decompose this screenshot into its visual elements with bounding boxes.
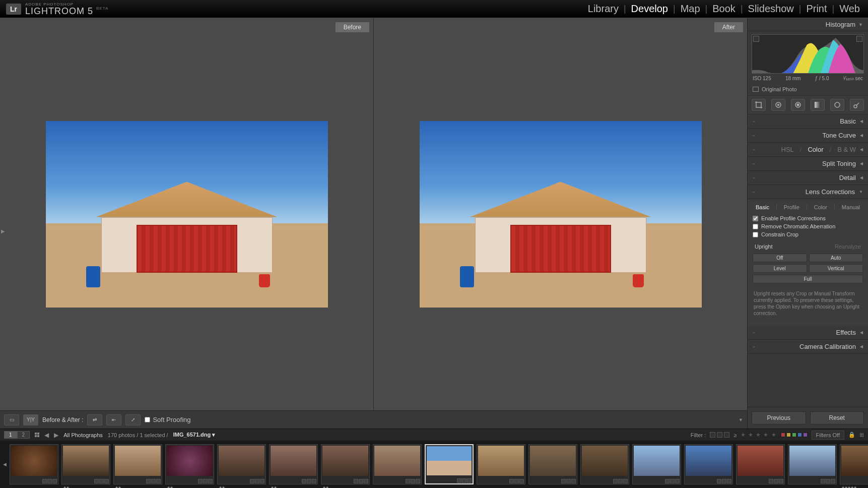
filmstrip-thumb[interactable]: ★★ [321,444,370,484]
copy-before-button[interactable]: ⇤ [106,414,121,425]
filmstrip-thumb[interactable]: ★★★★★ [840,444,868,484]
filmstrip-thumb[interactable] [736,444,785,484]
lens-tabs: Basic|Profile|Color|Manual [748,201,868,214]
app-header: Lr ADOBE PHOTOSHOP LIGHTROOM 5 BETA Libr… [0,0,868,18]
color-label-filters[interactable] [781,433,808,437]
reset-button[interactable]: Reset [810,411,864,424]
svg-rect-0 [756,102,761,107]
radial-filter-tool[interactable] [830,99,844,111]
redeye-tool[interactable] [791,99,805,111]
filmstrip-thumb[interactable] [632,444,681,484]
lens-tab-manual[interactable]: Manual [840,203,861,211]
lens-tab-basic[interactable]: Basic [754,203,771,211]
filmstrip-thumb[interactable]: ★★ [165,444,214,484]
svg-point-1 [776,102,781,107]
photo-count: 170 photos / 1 selected / [108,432,168,438]
hsl-panel-header[interactable]: ▪▪ HSL/ Color/ B & W ◀ [748,143,868,157]
filmstrip-thumb[interactable]: ★★ [113,444,162,484]
constrain-crop[interactable]: Constrain Crop [748,230,868,238]
nav-map[interactable]: Map [679,3,702,15]
nav-print[interactable]: Print [804,3,829,15]
copy-after-button[interactable]: ⤢ [125,414,141,425]
compare-view-button[interactable]: Y|Y [23,414,38,425]
filmstrip-thumb[interactable] [373,444,422,484]
iso-value: ISO 125 [753,76,771,81]
graduated-filter-tool[interactable] [811,99,825,111]
flag-filters[interactable] [710,432,729,438]
rating-ge[interactable]: ≥ [733,432,737,438]
filmstrip-thumb[interactable] [528,444,577,484]
crop-tool[interactable] [752,99,766,111]
lens-corrections-panel-header[interactable]: ▪▪Lens Corrections▼ [748,185,868,199]
original-photo-icon [753,87,759,92]
before-pane[interactable]: Before [0,18,374,410]
nav-forward[interactable]: ▶ [54,432,58,439]
nav-develop[interactable]: Develop [629,3,670,15]
nav-library[interactable]: Library [586,3,621,15]
filmstrip-thumb[interactable]: ★★ [61,444,110,484]
effects-panel-header[interactable]: ▪▪Effects◀ [748,326,868,340]
split-toning-panel-header[interactable]: ▪▪Split Toning◀ [748,157,868,171]
constrain-crop-checkbox[interactable] [753,232,758,237]
previous-button[interactable]: Previous [752,411,806,424]
filter-lock-icon[interactable]: 🔒 [848,432,855,438]
upright-level-button[interactable]: Level [753,264,807,273]
display-1-tab[interactable]: 1 [4,431,17,439]
hsl-tab[interactable]: HSL [781,146,794,153]
loupe-view-button[interactable]: ▭ [4,414,19,425]
filmstrip-thumb[interactable] [425,444,474,484]
upright-full-button[interactable]: Full [753,275,863,283]
after-pane[interactable]: After [374,18,747,410]
filmstrip-thumb[interactable] [788,444,837,484]
app-logo-text: ADOBE PHOTOSHOP LIGHTROOM 5 BETA [25,3,108,16]
spot-removal-tool[interactable] [771,99,785,111]
filmstrip-thumb[interactable] [477,444,525,484]
filmstrip-thumb[interactable]: ★★ [217,444,266,484]
aperture-value: ƒ / 5.0 [815,76,829,81]
filmstrip-thumb[interactable]: ★★ [269,444,318,484]
nav-web[interactable]: Web [837,3,862,15]
rating-filter[interactable]: ★ ★ ★ ★ ★ [741,432,776,438]
lens-tab-color[interactable]: Color [813,203,829,211]
filmstrip-left-expand[interactable]: ◀ [3,462,7,467]
soft-proofing-toggle[interactable]: Soft Proofing [145,416,190,423]
basic-panel-header[interactable]: ▪▪Basic◀ [748,114,868,129]
upright-off-button[interactable]: Off [753,254,807,262]
filters-off-dropdown[interactable]: Filters Off [812,431,844,440]
filmstrip-thumb[interactable] [684,444,733,484]
histogram-header[interactable]: Histogram▼ [748,18,868,31]
adjustment-brush-tool[interactable] [850,99,864,111]
current-filename[interactable]: IMG_6571.dng ▾ [173,432,216,438]
soft-proofing-checkbox[interactable] [145,417,150,422]
filter-switch-icon[interactable]: ⊞ [859,432,864,438]
enable-profile-corrections[interactable]: Enable Profile Corrections [748,214,868,222]
color-tab[interactable]: Color [808,146,823,153]
swap-button[interactable]: ⇄ [87,414,102,425]
camera-calibration-panel-header[interactable]: ▪▪Camera Calibration◀ [748,340,868,354]
display-2-tab[interactable]: 2 [17,431,30,439]
filmstrip[interactable]: ◀ ★★★★★★★★★★★★★★★★★ [0,441,868,488]
filmstrip-thumb[interactable] [580,444,629,484]
reanalyze-button[interactable]: Reanalyze [835,243,861,250]
nav-back[interactable]: ◀ [44,432,49,439]
histogram-chart[interactable] [752,34,864,74]
original-photo-toggle[interactable]: Original Photo [748,84,868,95]
grid-view-icon[interactable] [35,433,39,437]
tone-curve-panel-header[interactable]: ▪▪Tone Curve◀ [748,129,868,143]
upright-vertical-button[interactable]: Vertical [809,264,863,273]
remove-ca-checkbox[interactable] [753,224,758,229]
filmstrip-thumb[interactable] [10,444,58,484]
lens-tab-profile[interactable]: Profile [782,203,801,211]
source-label[interactable]: All Photographs [63,432,103,438]
toolbar-menu[interactable]: ▼ [739,417,743,422]
nav-book[interactable]: Book [710,3,738,15]
nav-slideshow[interactable]: Slideshow [746,3,796,15]
app-logo-badge: Lr [6,4,21,15]
detail-panel-header[interactable]: ▪▪Detail◀ [748,171,868,185]
bw-tab[interactable]: B & W [837,146,856,153]
enable-profile-checkbox[interactable] [753,216,758,221]
remove-chromatic-aberration[interactable]: Remove Chromatic Aberration [748,222,868,230]
upright-auto-button[interactable]: Auto [809,254,863,262]
soft-proofing-label: Soft Proofing [153,416,190,423]
histogram-meta: ISO 125 18 mm ƒ / 5.0 ¹⁄₁₂₅₀ sec [752,74,864,83]
